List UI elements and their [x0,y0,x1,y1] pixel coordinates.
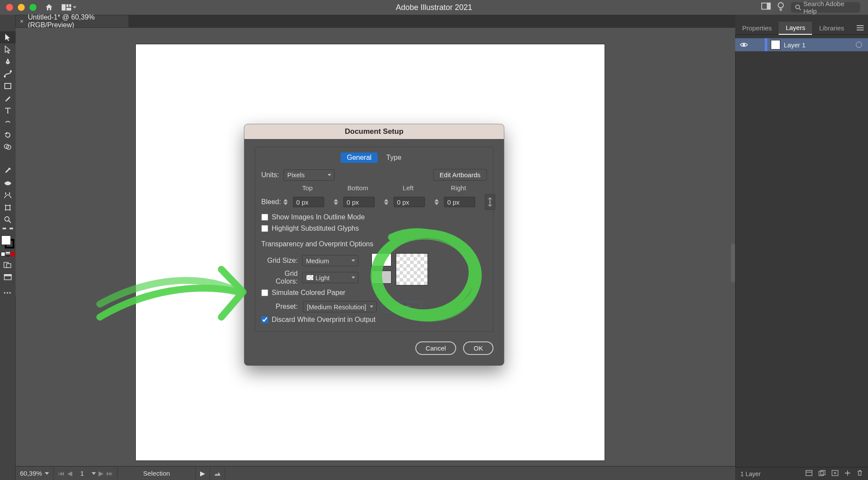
right-panel [735,15,868,480]
last-artboard-icon[interactable]: ⏭ [106,470,113,477]
prev-artboard-icon[interactable]: ◀ [67,470,72,477]
locate-layer-icon[interactable] [806,470,812,477]
bleed-top-field[interactable] [283,197,331,207]
make-clipping-mask-icon[interactable] [819,470,825,477]
grid-colors-dropdown[interactable]: Light [302,272,358,283]
rotate-tool[interactable] [0,129,16,141]
new-sublayer-icon[interactable] [832,470,838,477]
status-expand-icon[interactable]: ▶ [196,467,210,480]
new-layer-icon[interactable] [845,470,851,477]
simulate-paper-checkbox-row[interactable]: Simulate Colored Paper [261,289,358,297]
stepper-icon[interactable] [334,197,342,207]
width-tool[interactable] [0,153,16,165]
scrollbar-thumb[interactable] [731,243,735,282]
layer-row[interactable]: Layer 1 [735,38,868,51]
grid-size-dropdown[interactable]: Medium [302,255,358,266]
zoom-level[interactable]: 60,39% [16,467,54,480]
grid-size-label: Grid Size: [261,257,298,265]
lightbulb-icon[interactable] [777,2,785,13]
paintbrush-tool[interactable] [0,92,16,104]
simulate-paper-checkbox[interactable] [261,289,268,296]
direct-selection-tool[interactable] [0,43,16,56]
window-close-button[interactable] [6,4,13,11]
units-dropdown[interactable]: Pixels [283,169,335,181]
svg-point-9 [4,76,6,77]
preset-dropdown[interactable]: [Medium Resolution] [303,301,377,312]
visibility-icon[interactable] [735,42,753,47]
rectangle-tool[interactable] [0,80,16,92]
scissors-tool[interactable] [0,189,16,202]
home-icon[interactable] [44,3,54,12]
tab-properties[interactable]: Properties [735,22,779,35]
status-bar: 60,39% ⏮ ◀ 1 ▶ ⏭ Selection ▶ [16,466,735,480]
svg-rect-15 [9,192,10,195]
fill-swatch[interactable] [1,235,11,245]
stepper-icon[interactable] [283,197,291,207]
status-mode-label: Selection [143,470,170,477]
tab-layers[interactable]: Layers [779,22,812,35]
layer-name-label[interactable]: Layer 1 [784,41,806,49]
curvature-tool[interactable] [0,68,16,80]
artboard-tool[interactable] [0,202,16,214]
window-minimize-button[interactable] [18,4,25,11]
substituted-glyphs-checkbox-row[interactable]: Highlight Substituted Glyphs [261,225,487,232]
cancel-button[interactable]: Cancel [415,341,457,355]
tab-libraries[interactable]: Libraries [812,22,851,35]
window-zoom-button[interactable] [30,4,36,11]
bleed-bottom-input[interactable] [343,197,375,207]
status-mode[interactable]: Selection [118,467,196,480]
dialog-tab-general[interactable]: General [341,152,378,163]
layer-target-icon[interactable] [856,42,862,48]
screen-mode-tool[interactable] [0,271,16,283]
bleed-right-input[interactable] [444,197,475,207]
grid-color-swatch-1[interactable] [372,253,391,266]
edit-toolbar-icon[interactable]: ••• [4,290,12,296]
bleed-left-field[interactable] [384,197,432,207]
fill-stroke-swatch[interactable] [1,235,14,248]
shape-builder-tool[interactable] [0,141,16,153]
link-bleed-icon[interactable] [485,194,495,210]
status-popup-icon[interactable] [210,467,225,480]
svg-rect-28 [806,470,812,476]
screen-mode-icon[interactable] [761,3,771,12]
gradient-tool[interactable] [0,177,16,189]
custom-preset-button[interactable]: Custom... [382,301,421,312]
selection-tool[interactable] [0,31,16,43]
type-tool[interactable] [0,104,16,116]
bleed-label: Bleed: [261,198,281,206]
bleed-left-input[interactable] [394,197,425,207]
color-mode-row[interactable] [1,252,15,256]
ok-button[interactable]: OK [463,341,493,355]
help-search-field[interactable]: Search Adobe Help [791,2,860,13]
document-setup-dialog: Document Setup General Type Units: Pixel… [244,124,504,365]
substituted-glyphs-checkbox[interactable] [261,225,268,232]
arrange-documents-icon[interactable] [62,4,76,11]
bleed-right-field[interactable] [434,197,482,207]
line-tool[interactable] [0,116,16,129]
bleed-top-input[interactable] [293,197,324,207]
eyedropper-tool[interactable] [0,165,16,177]
stepper-icon[interactable] [384,197,392,207]
bleed-bottom-field[interactable] [334,197,381,207]
document-tab[interactable]: × Untitled-1* @ 60,39% (RGB/Preview) [16,15,128,28]
panel-menu-icon[interactable] [852,24,868,32]
pen-tool[interactable] [0,56,16,68]
edit-artboards-button[interactable]: Edit Artboards [433,169,487,181]
app-title: Adobe Illustrator 2021 [396,3,472,12]
grid-color-swatch-2[interactable] [372,271,391,284]
discard-overprint-checkbox-row[interactable]: Discard White Overprint in Output [261,316,487,324]
delete-layer-icon[interactable] [857,470,863,477]
zoom-tool[interactable] [0,214,16,226]
stepper-icon[interactable] [434,197,442,207]
svg-point-10 [10,71,12,72]
outline-mode-checkbox[interactable] [261,214,268,221]
draw-mode-icon[interactable] [0,259,16,271]
fill-stroke-toggle[interactable] [0,226,16,231]
outline-mode-checkbox-row[interactable]: Show Images In Outline Mode [261,213,487,221]
artboard-nav[interactable]: ⏮ ◀ 1 ▶ ⏭ [54,467,118,480]
dialog-tab-type[interactable]: Type [380,152,408,163]
discard-overprint-checkbox[interactable] [261,316,268,323]
next-artboard-icon[interactable]: ▶ [99,470,104,477]
close-icon[interactable]: × [20,18,23,25]
first-artboard-icon[interactable]: ⏮ [58,470,65,477]
